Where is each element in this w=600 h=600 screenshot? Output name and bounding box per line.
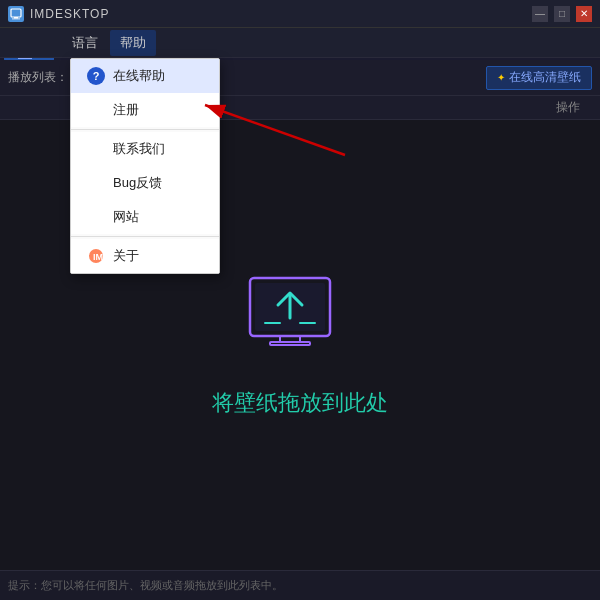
status-bar: 提示：您可以将任何图片、视频或音频拖放到此列表中。 xyxy=(0,570,600,600)
question-icon: ? xyxy=(87,67,105,85)
drop-illustration: 将壁纸拖放到此处 xyxy=(212,273,388,418)
menu-item-online-help[interactable]: ? 在线帮助 xyxy=(71,59,219,93)
status-text: 提示：您可以将任何图片、视频或音频拖放到此列表中。 xyxy=(8,578,283,593)
star-icon: ✦ xyxy=(497,72,505,83)
svg-rect-5 xyxy=(18,58,32,59)
playlist-label: 播放列表： xyxy=(8,69,68,86)
menu-language[interactable]: 语言 xyxy=(62,30,108,56)
close-button[interactable]: ✕ xyxy=(576,6,592,22)
about-icon: IM xyxy=(87,247,105,265)
menu-item-contact[interactable]: 联系我们 xyxy=(71,132,219,166)
svg-rect-2 xyxy=(12,18,20,19)
drop-zone-icon xyxy=(245,273,355,368)
drop-text: 将壁纸拖放到此处 xyxy=(212,388,388,418)
menu-separator-2 xyxy=(71,236,219,237)
svg-rect-0 xyxy=(11,9,21,17)
col-ops-header: 操作 xyxy=(548,99,600,116)
menu-item-bug[interactable]: Bug反馈 xyxy=(71,166,219,200)
svg-text:IM: IM xyxy=(93,252,103,262)
menu-separator-1 xyxy=(71,129,219,130)
menu-help[interactable]: 帮助 xyxy=(110,30,156,56)
app-icon xyxy=(8,6,24,22)
svg-rect-16 xyxy=(270,342,310,345)
menu-item-about[interactable]: IM 关于 xyxy=(71,239,219,273)
title-controls: — □ ✕ xyxy=(532,6,592,22)
title-bar: IMDESKTOP — □ ✕ xyxy=(0,0,600,28)
help-dropdown-menu: ? 在线帮助 注册 联系我们 Bug反馈 网站 IM 关于 xyxy=(70,58,220,274)
menu-item-register[interactable]: 注册 xyxy=(71,93,219,127)
maximize-button[interactable]: □ xyxy=(554,6,570,22)
online-wallpaper-button[interactable]: ✦ 在线高清壁纸 xyxy=(486,66,592,90)
svg-rect-1 xyxy=(14,17,18,19)
menu-bar: 语言 帮助 xyxy=(0,28,600,58)
app-title: IMDESKTOP xyxy=(30,7,109,21)
minimize-button[interactable]: — xyxy=(532,6,548,22)
menu-item-website[interactable]: 网站 xyxy=(71,200,219,234)
title-bar-left: IMDESKTOP xyxy=(8,6,109,22)
